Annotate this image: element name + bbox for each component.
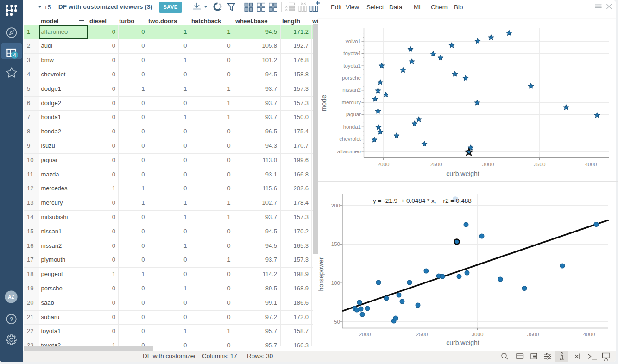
svg-text:50: 50 <box>334 319 340 325</box>
svg-text:toyota4: toyota4 <box>343 50 361 56</box>
svg-text:honda1: honda1 <box>343 124 361 130</box>
svg-text:horsepower: horsepower <box>318 257 325 291</box>
svg-text:curb.weight: curb.weight <box>446 170 479 177</box>
svg-text:alfaromeo: alfaromeo <box>337 149 361 154</box>
svg-text:mercury: mercury <box>341 100 361 105</box>
svg-text:200: 200 <box>331 203 340 208</box>
svg-text:4000: 4000 <box>585 162 597 167</box>
svg-text:2000: 2000 <box>378 162 390 167</box>
svg-text:toyota1: toyota1 <box>343 63 361 69</box>
svg-text:3500: 3500 <box>527 332 539 337</box>
svg-text:3500: 3500 <box>534 162 546 167</box>
svg-text:3000: 3000 <box>472 332 484 337</box>
svg-text:porsche: porsche <box>342 75 361 81</box>
svg-text:100: 100 <box>331 280 340 286</box>
svg-text:2500: 2500 <box>416 332 428 337</box>
svg-text:3000: 3000 <box>482 162 494 167</box>
svg-text:150: 150 <box>331 241 340 247</box>
svg-text:y = -21.9 + 0.0484 * x, r2: y = -21.9 + 0.0484 * x, r2 = 0.488 <box>373 197 472 204</box>
svg-text:jaguar: jaguar <box>346 112 361 117</box>
svg-text:chevrolet: chevrolet <box>339 136 361 142</box>
svg-text:nissan2: nissan2 <box>342 87 361 93</box>
svg-text:2000: 2000 <box>359 332 371 337</box>
svg-text:volvo1: volvo1 <box>346 38 361 44</box>
svg-text:4000: 4000 <box>583 332 595 337</box>
svg-text:curb.weight: curb.weight <box>446 339 479 346</box>
svg-text:2500: 2500 <box>430 162 442 167</box>
svg-text:model: model <box>320 94 328 111</box>
